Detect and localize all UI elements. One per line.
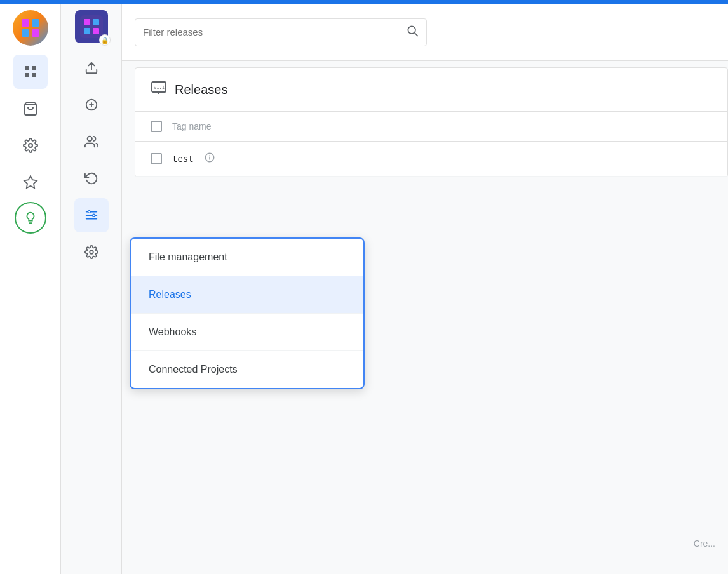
dropdown-item-file-management[interactable]: File management (131, 239, 363, 276)
sidebar-item-badge[interactable] (13, 165, 48, 199)
svg-rect-2 (32, 19, 39, 27)
sidebar-nav (0, 55, 60, 234)
svg-rect-13 (93, 19, 99, 25)
created-label: Cre... (694, 538, 715, 549)
svg-point-22 (88, 211, 90, 213)
dropdown-item-releases[interactable]: Releases (131, 276, 363, 314)
row-checkbox[interactable] (151, 153, 162, 164)
svg-rect-7 (25, 73, 29, 77)
releases-panel-icon: v1.1 (151, 79, 167, 100)
svg-line-27 (415, 33, 418, 36)
svg-point-23 (92, 214, 95, 217)
sub-item-tools[interactable] (74, 198, 109, 232)
sidebar-item-dashboard[interactable] (13, 55, 48, 89)
sidebar-item-bulb[interactable] (15, 202, 46, 234)
svg-rect-4 (32, 29, 39, 37)
svg-rect-1 (22, 19, 29, 27)
svg-point-10 (29, 144, 32, 147)
svg-point-19 (87, 137, 91, 141)
search-icon[interactable] (406, 24, 419, 40)
sub-item-history[interactable] (74, 161, 109, 196)
svg-point-25 (90, 250, 93, 254)
svg-rect-15 (93, 28, 99, 34)
tag-name-value: test (172, 154, 194, 164)
releases-table-header: Tag name (135, 112, 727, 142)
filter-input-wrap (135, 18, 427, 46)
sub-item-upload[interactable] (74, 51, 109, 85)
filter-releases-input[interactable] (143, 27, 401, 37)
dropdown-menu: File management Releases Webhooks Connec… (130, 237, 365, 389)
releases-panel-title: Releases (175, 83, 227, 97)
sidebar-left (0, 4, 61, 574)
dropdown-item-webhooks[interactable]: Webhooks (131, 314, 363, 351)
releases-header: v1.1 Releases (135, 68, 727, 112)
sidebar-item-settings[interactable] (13, 128, 48, 163)
svg-point-34 (209, 155, 210, 156)
select-all-checkbox[interactable] (151, 121, 162, 132)
svg-rect-5 (25, 66, 29, 70)
svg-rect-6 (32, 66, 36, 70)
sub-item-people[interactable] (74, 124, 109, 159)
svg-rect-12 (84, 19, 90, 25)
app-icon[interactable]: 🔒 (75, 10, 108, 43)
releases-panel: v1.1 Releases Tag name test (135, 67, 728, 177)
lock-badge: 🔒 (99, 34, 111, 46)
svg-rect-14 (84, 28, 90, 34)
tag-name-column-header: Tag name (172, 121, 211, 131)
dropdown-item-connected-projects[interactable]: Connected Projects (131, 351, 363, 388)
sub-item-settings[interactable] (74, 235, 109, 269)
info-icon[interactable] (204, 152, 215, 166)
svg-rect-3 (22, 29, 29, 37)
filter-bar (122, 4, 728, 61)
svg-rect-8 (32, 73, 36, 77)
svg-rect-11 (80, 15, 103, 38)
table-row: test (135, 142, 727, 177)
logo-button[interactable] (13, 10, 48, 46)
sub-item-add[interactable] (74, 88, 109, 122)
sidebar-item-cart[interactable] (13, 91, 48, 126)
sidebar-sub: 🔒 (61, 4, 122, 574)
svg-text:v1.1: v1.1 (154, 85, 165, 90)
